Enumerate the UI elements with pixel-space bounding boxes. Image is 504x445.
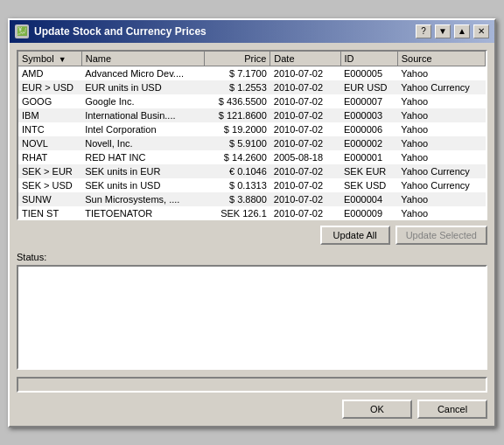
cell-symbol: TIEN ST bbox=[18, 206, 81, 220]
minimize-button[interactable]: ▼ bbox=[435, 24, 451, 38]
dialog-content: Symbol ▼ Name Price Date I bbox=[10, 43, 494, 426]
cell-price: $ 0.1313 bbox=[205, 178, 270, 192]
status-section: Status: bbox=[17, 252, 487, 370]
cell-source: Yahoo Currency bbox=[397, 164, 485, 178]
cell-symbol: GOOG bbox=[18, 94, 81, 108]
status-box bbox=[17, 265, 487, 370]
cancel-button[interactable]: Cancel bbox=[417, 400, 487, 419]
table-row[interactable]: SEK > USDSEK units in USD$ 0.13132010-07… bbox=[18, 178, 486, 192]
cell-price: $ 3.8800 bbox=[205, 192, 270, 206]
ok-button[interactable]: OK bbox=[342, 400, 412, 419]
cell-symbol: INTC bbox=[18, 122, 81, 136]
cell-id: E000007 bbox=[340, 94, 397, 108]
cell-name: Google Inc. bbox=[81, 94, 204, 108]
cell-price: $ 19.2000 bbox=[205, 122, 270, 136]
cell-date: 2010-07-02 bbox=[270, 122, 340, 136]
cell-price: $ 14.2600 bbox=[205, 150, 270, 164]
cell-price: SEK 126.1 bbox=[205, 206, 270, 220]
cell-source: Yahoo bbox=[397, 94, 485, 108]
cell-date: 2010-07-02 bbox=[270, 206, 340, 220]
cell-symbol: EUR > USD bbox=[18, 80, 81, 94]
col-header-source[interactable]: Source bbox=[397, 52, 485, 66]
progress-bar-container bbox=[17, 377, 487, 393]
table-row[interactable]: IBMInternational Busin....$ 121.86002010… bbox=[18, 108, 486, 122]
table-row[interactable]: TIEN STTIETOENATORSEK 126.12010-07-02E00… bbox=[18, 206, 486, 220]
cell-name: SEK units in USD bbox=[81, 178, 204, 192]
cell-price: $ 436.5500 bbox=[205, 94, 270, 108]
stock-table: Symbol ▼ Name Price Date I bbox=[18, 52, 486, 220]
update-buttons-row: Update All Update Selected bbox=[17, 226, 487, 245]
stock-table-container[interactable]: Symbol ▼ Name Price Date I bbox=[17, 50, 487, 220]
table-row[interactable]: SUNWSun Microsystems, ....$ 3.88002010-0… bbox=[18, 192, 486, 206]
cell-source: Yahoo bbox=[397, 136, 485, 150]
table-row[interactable]: AMDAdvanced Micro Dev....$ 7.17002010-07… bbox=[18, 66, 486, 80]
sort-arrow-symbol: ▼ bbox=[59, 55, 66, 64]
cell-symbol: IBM bbox=[18, 108, 81, 122]
table-body: AMDAdvanced Micro Dev....$ 7.17002010-07… bbox=[18, 66, 486, 220]
status-label: Status: bbox=[17, 252, 487, 262]
table-row[interactable]: NOVLNovell, Inc.$ 5.91002010-07-02E00000… bbox=[18, 136, 486, 150]
table-row[interactable]: INTCIntel Corporation$ 19.20002010-07-02… bbox=[18, 122, 486, 136]
cell-source: Yahoo bbox=[397, 122, 485, 136]
table-row[interactable]: SEK > EURSEK units in EUR€ 0.10462010-07… bbox=[18, 164, 486, 178]
cell-date: 2010-07-02 bbox=[270, 94, 340, 108]
cell-date: 2010-07-02 bbox=[270, 136, 340, 150]
cell-name: EUR units in USD bbox=[81, 80, 204, 94]
maximize-button[interactable]: ▲ bbox=[454, 24, 470, 38]
cell-symbol: RHAT bbox=[18, 150, 81, 164]
cell-id: E000006 bbox=[340, 122, 397, 136]
cell-id: SEK USD bbox=[340, 178, 397, 192]
cell-date: 2010-07-02 bbox=[270, 164, 340, 178]
cell-id: E000004 bbox=[340, 192, 397, 206]
cell-id: E000002 bbox=[340, 136, 397, 150]
cell-date: 2010-07-02 bbox=[270, 66, 340, 80]
cell-name: Novell, Inc. bbox=[81, 136, 204, 150]
dialog-window: 💹 Update Stock and Currency Prices ? ▼ ▲… bbox=[8, 18, 496, 428]
title-bar-buttons: ? ▼ ▲ ✕ bbox=[416, 24, 489, 38]
col-header-symbol[interactable]: Symbol ▼ bbox=[18, 52, 81, 66]
cell-name: Advanced Micro Dev.... bbox=[81, 66, 204, 80]
dialog-icon: 💹 bbox=[15, 24, 29, 38]
cell-symbol: SEK > EUR bbox=[18, 164, 81, 178]
table-header-row: Symbol ▼ Name Price Date I bbox=[18, 52, 486, 66]
cell-name: Intel Corporation bbox=[81, 122, 204, 136]
col-header-id[interactable]: ID bbox=[340, 52, 397, 66]
bottom-buttons-row: OK Cancel bbox=[17, 400, 487, 419]
title-bar-left: 💹 Update Stock and Currency Prices bbox=[15, 24, 206, 38]
cell-date: 2005-08-18 bbox=[270, 150, 340, 164]
col-header-price[interactable]: Price bbox=[205, 52, 270, 66]
title-bar: 💹 Update Stock and Currency Prices ? ▼ ▲… bbox=[10, 20, 494, 43]
cell-source: Yahoo bbox=[397, 108, 485, 122]
help-button[interactable]: ? bbox=[416, 24, 431, 38]
col-header-name[interactable]: Name bbox=[81, 52, 204, 66]
cell-name: RED HAT INC bbox=[81, 150, 204, 164]
cell-name: Sun Microsystems, .... bbox=[81, 192, 204, 206]
cell-source: Yahoo bbox=[397, 150, 485, 164]
cell-date: 2010-07-02 bbox=[270, 192, 340, 206]
close-button[interactable]: ✕ bbox=[473, 24, 489, 38]
table-row[interactable]: RHATRED HAT INC$ 14.26002005-08-18E00000… bbox=[18, 150, 486, 164]
col-header-date[interactable]: Date bbox=[270, 52, 340, 66]
cell-symbol: SEK > USD bbox=[18, 178, 81, 192]
cell-id: E000005 bbox=[340, 66, 397, 80]
cell-id: SEK EUR bbox=[340, 164, 397, 178]
cell-name: International Busin.... bbox=[81, 108, 204, 122]
update-all-button[interactable]: Update All bbox=[320, 226, 390, 245]
cell-name: TIETOENATOR bbox=[81, 206, 204, 220]
cell-name: SEK units in EUR bbox=[81, 164, 204, 178]
cell-id: E000003 bbox=[340, 108, 397, 122]
cell-source: Yahoo bbox=[397, 192, 485, 206]
update-selected-button[interactable]: Update Selected bbox=[396, 226, 487, 245]
cell-price: € 0.1046 bbox=[205, 164, 270, 178]
cell-id: E000001 bbox=[340, 150, 397, 164]
cell-symbol: AMD bbox=[18, 66, 81, 80]
table-row[interactable]: GOOGGoogle Inc.$ 436.55002010-07-02E0000… bbox=[18, 94, 486, 108]
cell-source: Yahoo Currency bbox=[397, 80, 485, 94]
cell-price: $ 1.2553 bbox=[205, 80, 270, 94]
table-row[interactable]: EUR > USDEUR units in USD$ 1.25532010-07… bbox=[18, 80, 486, 94]
cell-symbol: SUNW bbox=[18, 192, 81, 206]
cell-id: EUR USD bbox=[340, 80, 397, 94]
cell-source: Yahoo bbox=[397, 206, 485, 220]
cell-id: E000009 bbox=[340, 206, 397, 220]
cell-price: $ 7.1700 bbox=[205, 66, 270, 80]
